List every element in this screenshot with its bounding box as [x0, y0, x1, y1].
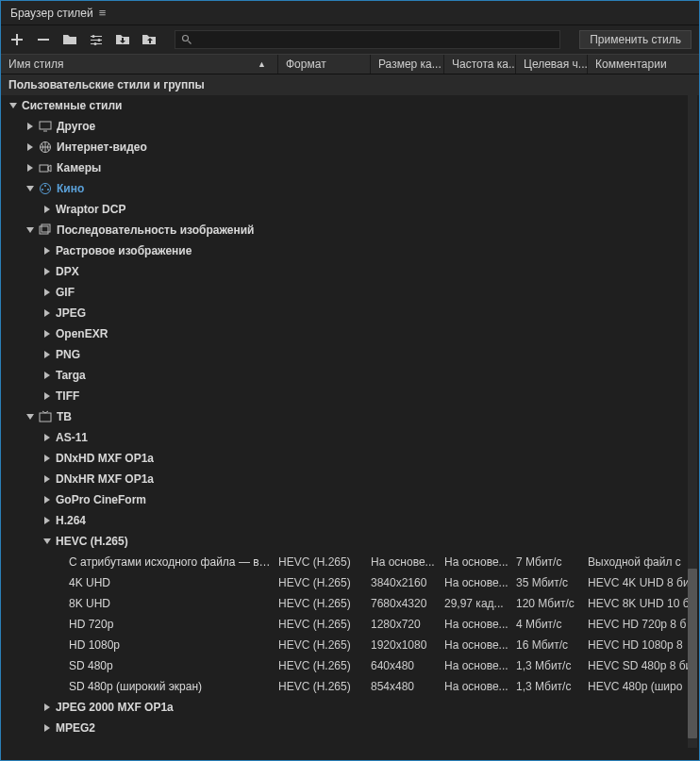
disclosure-arrow-icon[interactable]	[25, 122, 35, 131]
search-input[interactable]	[196, 33, 554, 46]
preset-format: HEVC (H.265)	[278, 618, 371, 631]
tree-node-jpeg[interactable]: JPEG	[1, 303, 699, 323]
tree-node-tiff[interactable]: TIFF	[1, 386, 699, 406]
preset-target-rate: 4 Мбит/с	[516, 618, 588, 631]
preset-format: HEVC (H.265)	[278, 680, 371, 693]
preset-name: 4K UHD	[69, 576, 110, 589]
disclosure-arrow-icon[interactable]	[42, 433, 52, 442]
tree-node-jpeg2000[interactable]: JPEG 2000 MXF OP1a	[1, 697, 699, 718]
tree-node-cameras[interactable]: Камеры	[1, 157, 699, 178]
disclosure-arrow-icon[interactable]	[42, 537, 52, 546]
disclosure-arrow-icon[interactable]	[42, 454, 52, 463]
tree-node-tv[interactable]: ТВ	[1, 406, 699, 427]
preset-row[interactable]: SD 480p (широкий экран)HEVC (H.265)854x4…	[1, 676, 699, 697]
disclosure-arrow-icon[interactable]	[25, 142, 35, 152]
tree-label: JPEG	[56, 306, 86, 320]
disclosure-arrow-icon[interactable]	[25, 184, 35, 193]
preset-target-rate: 1,3 Мбит/с	[516, 659, 588, 672]
tree-node-png[interactable]: PNG	[1, 344, 699, 365]
panel-header: Браузер стилей ≡	[1, 1, 699, 25]
tree-group-user-styles[interactable]: Пользовательские стили и группы	[1, 74, 699, 95]
remove-button[interactable]	[35, 31, 52, 48]
preset-comment: HEVC 8K UHD 10 б	[588, 597, 699, 610]
tree-node-mpeg2[interactable]: MPEG2	[1, 718, 699, 738]
disclosure-arrow-icon[interactable]	[42, 371, 52, 380]
new-folder-button[interactable]	[61, 31, 78, 48]
tree-node-hevc[interactable]: HEVC (H.265)	[1, 531, 699, 552]
preset-frame-rate: На основе...	[444, 555, 516, 569]
disclosure-arrow-icon[interactable]	[42, 267, 52, 276]
tree-node-gopro[interactable]: GoPro CineForm	[1, 489, 699, 510]
preset-row[interactable]: HD 720pHEVC (H.265)1280x720На основе...4…	[1, 614, 699, 635]
preset-comment: HEVC HD 720p 8 б	[588, 618, 699, 631]
column-comment[interactable]: Комментарии	[588, 55, 699, 74]
tree-node-image-seq[interactable]: Последовательность изображений	[1, 220, 699, 240]
disclosure-arrow-icon[interactable]	[42, 288, 52, 297]
settings-button[interactable]	[88, 31, 105, 48]
tree-node-cinema[interactable]: Кино	[1, 178, 699, 199]
tree-label: Wraptor DCP	[56, 203, 125, 216]
disclosure-arrow-icon[interactable]	[42, 723, 52, 733]
tree-node-as11[interactable]: AS-11	[1, 427, 699, 448]
preset-tree: Пользовательские стили и группы Системны…	[1, 74, 699, 760]
svg-rect-14	[40, 413, 51, 422]
preset-row[interactable]: 4K UHDHEVC (H.265)3840x2160На основе...3…	[1, 572, 699, 593]
search-field[interactable]	[175, 30, 560, 49]
preset-target-rate: 16 Мбит/с	[516, 638, 588, 652]
column-target-rate[interactable]: Целевая ч...	[516, 55, 588, 74]
disclosure-arrow-icon[interactable]	[42, 495, 52, 505]
column-format[interactable]: Формат	[278, 55, 371, 74]
disclosure-arrow-icon[interactable]	[42, 350, 52, 359]
disclosure-arrow-icon[interactable]	[42, 703, 52, 712]
disclosure-arrow-icon[interactable]	[42, 391, 52, 401]
tree-label: GoPro CineForm	[56, 493, 146, 506]
tree-node-dnxhr[interactable]: DNxHR MXF OP1a	[1, 469, 699, 489]
preset-frame-rate: На основе...	[444, 618, 516, 631]
disclosure-arrow-icon[interactable]	[42, 246, 52, 256]
tree-node-internet-video[interactable]: Интернет-видео	[1, 137, 699, 157]
svg-rect-12	[40, 226, 48, 234]
disclosure-arrow-icon[interactable]	[25, 163, 35, 173]
disclosure-arrow-icon[interactable]	[25, 412, 35, 422]
tree-group-system-styles[interactable]: Системные стили	[1, 95, 699, 116]
add-button[interactable]	[8, 31, 25, 48]
tree-node-openexr[interactable]: OpenEXR	[1, 323, 699, 344]
preset-row[interactable]: SD 480pHEVC (H.265)640x480На основе...1,…	[1, 655, 699, 676]
preset-row[interactable]: 8K UHDHEVC (H.265)7680x432029,97 кад...1…	[1, 593, 699, 614]
column-frame-rate[interactable]: Частота ка...	[444, 55, 516, 74]
tree-node-h264[interactable]: H.264	[1, 510, 699, 531]
disclosure-arrow-icon[interactable]	[42, 308, 52, 318]
disclosure-arrow-icon[interactable]	[25, 225, 35, 235]
tree-node-dpx[interactable]: DPX	[1, 261, 699, 282]
preset-row[interactable]: HD 1080pHEVC (H.265)1920x1080На основе..…	[1, 635, 699, 655]
preset-name: С атрибутами исходного файла — высо...	[69, 555, 273, 569]
preset-row[interactable]: С атрибутами исходного файла — высо...HE…	[1, 552, 699, 572]
import-button[interactable]	[114, 31, 131, 48]
scroll-thumb[interactable]	[688, 569, 697, 738]
preset-comment: Выходной файл с	[588, 555, 699, 569]
tree-node-gif[interactable]: GIF	[1, 282, 699, 303]
tree-node-targa[interactable]: Targa	[1, 365, 699, 386]
apply-style-button[interactable]: Применить стиль	[579, 30, 692, 49]
disclosure-arrow-icon[interactable]	[42, 329, 52, 339]
preset-frame-rate: На основе...	[444, 659, 516, 672]
tree-label: Камеры	[57, 161, 101, 174]
panel-menu-icon[interactable]: ≡	[99, 6, 107, 20]
svg-rect-13	[42, 224, 50, 232]
disclosure-arrow-icon[interactable]	[42, 205, 52, 214]
tree-node-dnxhd[interactable]: DNxHD MXF OP1a	[1, 448, 699, 469]
vertical-scrollbar[interactable]	[688, 78, 697, 748]
tree-label: AS-11	[56, 431, 88, 444]
tree-node-raster[interactable]: Растровое изображение	[1, 240, 699, 261]
preset-target-rate: 1,3 Мбит/с	[516, 680, 588, 693]
export-button[interactable]	[141, 31, 158, 48]
tree-node-other[interactable]: Другое	[1, 116, 699, 137]
preset-frame-size: На основе...	[371, 555, 444, 569]
column-name[interactable]: Имя стиля▲	[1, 55, 278, 74]
disclosure-arrow-icon[interactable]	[8, 101, 18, 110]
disclosure-arrow-icon[interactable]	[42, 516, 52, 525]
disclosure-arrow-icon[interactable]	[42, 474, 52, 484]
tree-label: Последовательность изображений	[57, 223, 255, 237]
tree-node-wraptor[interactable]: Wraptor DCP	[1, 199, 699, 220]
column-frame-size[interactable]: Размер ка...	[371, 55, 444, 74]
